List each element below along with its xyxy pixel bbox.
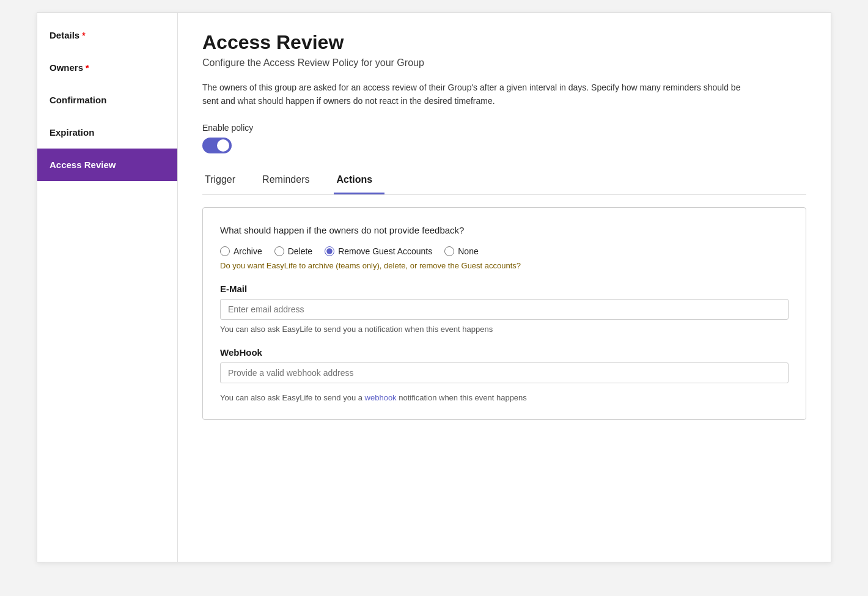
email-hint-text: You can also ask EasyLife to send you a … bbox=[220, 325, 789, 334]
sidebar-item-label-details: Details bbox=[50, 30, 79, 40]
webhook-field-label: WebHook bbox=[220, 347, 789, 358]
sidebar-item-expiration[interactable]: Expiration bbox=[37, 116, 177, 149]
radio-item-archive[interactable]: Archive bbox=[220, 246, 262, 256]
page-description: The owners of this group are asked for a… bbox=[202, 81, 752, 108]
radio-label-delete: Delete bbox=[288, 246, 312, 256]
sidebar-item-label-owners: Owners bbox=[50, 62, 83, 73]
toggle-slider bbox=[202, 138, 232, 153]
app-container: Details * Owners * Confirmation Expirati… bbox=[37, 12, 831, 562]
radio-label-archive: Archive bbox=[234, 246, 262, 256]
radio-hint-text: Do you want EasyLife to archive (teams o… bbox=[220, 261, 789, 270]
enable-policy-label: Enable policy bbox=[202, 123, 806, 133]
main-content: Access Review Configure the Access Revie… bbox=[178, 13, 831, 562]
tabs-container: Trigger Reminders Actions bbox=[202, 168, 806, 195]
tab-trigger[interactable]: Trigger bbox=[202, 168, 248, 194]
sidebar-required-star-details: * bbox=[82, 31, 85, 40]
sidebar-item-details[interactable]: Details * bbox=[37, 19, 177, 51]
webhook-hint-prefix: You can also ask EasyLife to send you a bbox=[220, 393, 365, 402]
card-question: What should happen if the owners do not … bbox=[220, 225, 789, 235]
sidebar-item-access-review[interactable]: Access Review bbox=[37, 149, 177, 181]
page-subtitle: Configure the Access Review Policy for y… bbox=[202, 57, 806, 68]
email-input[interactable] bbox=[220, 299, 789, 320]
page-title: Access Review bbox=[202, 31, 806, 54]
radio-item-none[interactable]: None bbox=[444, 246, 478, 256]
sidebar-item-label-access-review: Access Review bbox=[50, 160, 116, 170]
radio-group: Archive Delete Remove Guest Accounts Non… bbox=[220, 246, 789, 256]
webhook-hint-text: You can also ask EasyLife to send you a … bbox=[220, 393, 789, 402]
radio-archive[interactable] bbox=[220, 246, 230, 256]
sidebar-required-star-owners: * bbox=[86, 63, 89, 73]
tab-reminders[interactable]: Reminders bbox=[260, 168, 322, 194]
sidebar-item-label-expiration: Expiration bbox=[50, 127, 94, 138]
sidebar-item-confirmation[interactable]: Confirmation bbox=[37, 84, 177, 116]
webhook-hint-link[interactable]: webhook bbox=[365, 393, 397, 402]
actions-content-card: What should happen if the owners do not … bbox=[202, 207, 806, 420]
radio-item-remove-guest[interactable]: Remove Guest Accounts bbox=[325, 246, 432, 256]
tab-actions[interactable]: Actions bbox=[334, 168, 384, 194]
toggle-wrapper bbox=[202, 138, 806, 153]
sidebar-item-owners[interactable]: Owners * bbox=[37, 51, 177, 84]
email-field-label: E-Mail bbox=[220, 284, 789, 294]
sidebar: Details * Owners * Confirmation Expirati… bbox=[37, 13, 178, 562]
radio-none[interactable] bbox=[444, 246, 454, 256]
radio-label-remove-guest: Remove Guest Accounts bbox=[338, 246, 432, 256]
radio-delete[interactable] bbox=[274, 246, 284, 256]
enable-policy-toggle[interactable] bbox=[202, 138, 232, 153]
webhook-hint-suffix: notification when this event happens bbox=[397, 393, 527, 402]
enable-policy-section: Enable policy bbox=[202, 123, 806, 153]
radio-item-delete[interactable]: Delete bbox=[274, 246, 312, 256]
sidebar-item-label-confirmation: Confirmation bbox=[50, 95, 106, 105]
radio-remove-guest[interactable] bbox=[325, 246, 334, 256]
radio-label-none: None bbox=[458, 246, 478, 256]
webhook-input[interactable] bbox=[220, 362, 789, 383]
